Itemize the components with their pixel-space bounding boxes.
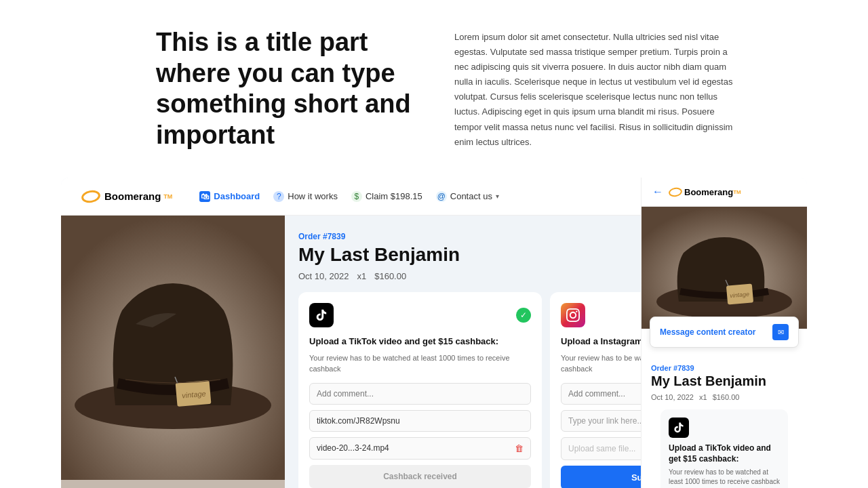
tiktok-link-value: tiktok.com/JR82Wpsnu <box>317 416 400 426</box>
cashback-received-button[interactable]: Cashback received <box>309 465 531 488</box>
right-logo: BoomerangTM <box>669 187 741 197</box>
nav-links: 🛍 Dashboard ? How it works $ Claim $198.… <box>199 191 499 202</box>
question-icon: ? <box>273 191 284 202</box>
nav-contact[interactable]: @ Contact us ▾ <box>436 191 499 202</box>
tiktok-file-name: video-20...3-24.mp4 <box>317 443 389 453</box>
at-icon: @ <box>436 191 447 202</box>
nav-how-it-works[interactable]: ? How it works <box>273 191 338 202</box>
right-tiktok-task-title: Upload a TikTok video and get $15 cashba… <box>669 443 780 464</box>
right-order-title: My Last Benjamin <box>651 373 797 389</box>
right-tiktok-task-card: Upload a TikTok video and get $15 cashba… <box>660 409 788 488</box>
order-date: Oct 10, 2022 <box>298 271 349 281</box>
tiktok-platform-icon <box>309 303 334 327</box>
hat-image: vintage <box>61 216 285 480</box>
logo: BoomerangTM <box>81 190 172 203</box>
dollar-icon: $ <box>351 191 362 202</box>
tiktok-task-card: ✓ Upload a TikTok video and get $15 cash… <box>298 292 542 488</box>
tiktok-comment-input[interactable] <box>309 383 531 405</box>
completed-check-icon: ✓ <box>516 308 531 323</box>
right-product-image: vintage <box>642 207 807 329</box>
order-quantity: x1 <box>357 271 366 281</box>
delete-file-icon[interactable]: 🗑 <box>515 443 524 453</box>
nav-dashboard[interactable]: 🛍 Dashboard <box>199 191 260 202</box>
tiktok-link-field: tiktok.com/JR82Wpsnu <box>309 410 531 432</box>
order-price: $160.00 <box>374 271 406 281</box>
mail-icon: ✉ <box>772 324 789 340</box>
right-tiktok-task-description: Your review has to be watched at least 1… <box>669 468 780 487</box>
right-order-quantity: x1 <box>699 393 707 401</box>
right-order-date: Oct 10, 2022 <box>651 393 694 401</box>
right-mobile-panel: ← BoomerangTM <box>641 178 807 488</box>
right-order-meta: Oct 10, 2022 x1 $160.00 <box>651 393 797 401</box>
logo-text: Boomerang <box>104 190 161 202</box>
nav-how-label: How it works <box>288 191 338 201</box>
tiktok-task-description: Your review has to be watched at least 1… <box>309 352 531 375</box>
instagram-link-placeholder: Type your link here... <box>568 416 644 426</box>
logo-ring-icon <box>81 189 102 205</box>
right-logo-tm: TM <box>733 189 741 195</box>
right-navbar: ← BoomerangTM <box>642 178 807 207</box>
right-order-price: $160.00 <box>713 393 740 401</box>
tiktok-task-header: ✓ <box>309 303 531 327</box>
right-tiktok-icon <box>669 418 689 438</box>
tiktok-task-title: Upload a TikTok video and get $15 cashba… <box>309 336 531 348</box>
instagram-platform-icon <box>561 303 585 327</box>
nav-claim-label: Claim $198.15 <box>366 191 422 201</box>
chevron-down-icon: ▾ <box>496 192 499 200</box>
nav-dashboard-label: Dashboard <box>214 191 260 201</box>
message-creator-button[interactable]: Message content creator ✉ <box>650 317 799 348</box>
hero-description: Lorem ipsum dolor sit amet consectetur. … <box>454 30 739 150</box>
instagram-upload-placeholder: Upload same file... <box>568 444 635 453</box>
back-arrow-icon[interactable]: ← <box>652 186 663 198</box>
main-card-container: BoomerangTM 🛍 Dashboard ? How it works $… <box>61 178 807 488</box>
right-order-info: Order #7839 My Last Benjamin Oct 10, 202… <box>642 348 807 488</box>
nav-claim[interactable]: $ Claim $198.15 <box>351 191 422 202</box>
nav-contact-label: Contact us <box>450 191 492 201</box>
main-content: vintage View order details in store 🛒 <box>61 216 807 488</box>
right-logo-text: Boomerang <box>684 187 733 197</box>
message-creator-label: Message content creator <box>660 327 755 337</box>
right-order-number: Order #7839 <box>651 364 797 372</box>
hero-title: This is a title part where you can type … <box>156 27 414 150</box>
product-image-panel: vintage View order details in store 🛒 <box>61 216 285 488</box>
right-logo-ring-icon <box>668 186 683 197</box>
logo-tm: TM <box>163 193 172 200</box>
bag-icon: 🛍 <box>199 191 210 202</box>
tiktok-file-field: video-20...3-24.mp4 🗑 <box>309 437 531 460</box>
